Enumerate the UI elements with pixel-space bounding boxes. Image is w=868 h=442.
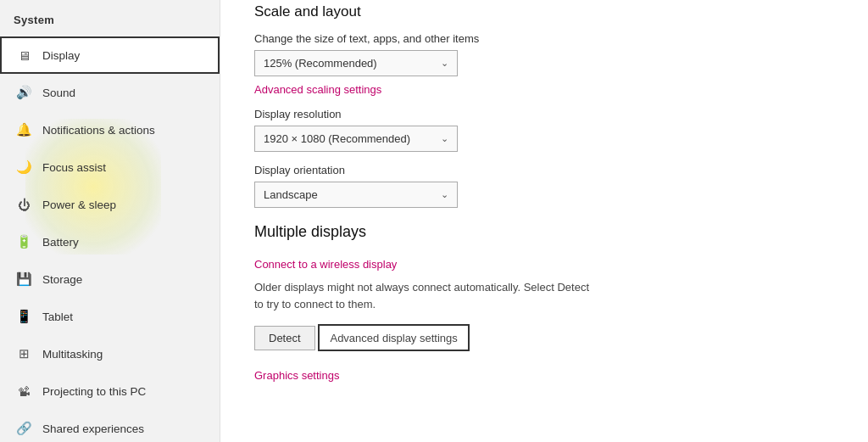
tablet-icon: 📱 [15, 308, 32, 325]
chevron-down-icon: ⌄ [441, 133, 448, 144]
main-content: Scale and layout Change the size of text… [220, 0, 868, 442]
sidebar-item-focus[interactable]: 🌙 Focus assist [0, 148, 220, 186]
sidebar-item-notifications[interactable]: 🔔 Notifications & actions [0, 111, 220, 148]
sound-icon: 🔊 [15, 84, 32, 101]
storage-icon: 💾 [15, 271, 32, 288]
sidebar-item-label: Focus assist [42, 161, 106, 174]
detect-button[interactable]: Detect [254, 326, 315, 350]
sidebar-item-power[interactable]: ⏻ Power & sleep [0, 186, 220, 223]
section-subtitle: Scale and layout [254, 3, 834, 20]
connect-wireless-link[interactable]: Connect to a wireless display [254, 258, 397, 271]
sidebar-item-label: Sound [42, 87, 75, 99]
chevron-down-icon: ⌄ [441, 58, 448, 69]
sidebar-item-label: Projecting to this PC [42, 385, 146, 398]
sidebar-item-battery[interactable]: 🔋 Battery [0, 223, 220, 260]
focus-icon: 🌙 [15, 159, 32, 176]
battery-icon: 🔋 [15, 233, 32, 250]
orientation-value: Landscape [264, 188, 318, 201]
sidebar: System 🖥 Display 🔊 Sound 🔔 Notifications… [0, 0, 220, 442]
sidebar-item-display[interactable]: 🖥 Display [0, 36, 220, 74]
size-value: 125% (Recommended) [264, 57, 377, 70]
size-dropdown[interactable]: 125% (Recommended) ⌄ [254, 50, 458, 76]
sidebar-item-tablet[interactable]: 📱 Tablet [0, 298, 220, 335]
projecting-icon: 📽 [15, 383, 32, 400]
multiple-displays-heading: Multiple displays [254, 223, 834, 241]
sidebar-item-sound[interactable]: 🔊 Sound [0, 74, 220, 111]
sidebar-item-label: Notifications & actions [42, 124, 155, 137]
sidebar-item-label: Multitasking [42, 348, 103, 361]
orientation-label: Display orientation [254, 164, 834, 176]
sidebar-item-label: Display [42, 49, 80, 62]
sidebar-item-label: Power & sleep [42, 199, 116, 211]
resolution-value: 1920 × 1080 (Recommended) [264, 132, 410, 145]
size-label: Change the size of text, apps, and other… [254, 32, 834, 45]
display-icon: 🖥 [15, 47, 32, 64]
power-icon: ⏻ [15, 196, 32, 213]
sidebar-item-label: Storage [42, 273, 82, 286]
chevron-down-icon: ⌄ [441, 189, 448, 200]
advanced-display-settings-box[interactable]: Advanced display settings [318, 324, 469, 351]
graphics-settings-link[interactable]: Graphics settings [254, 369, 339, 382]
multitasking-icon: ⊞ [15, 345, 32, 362]
shared-icon: 🔗 [15, 420, 32, 437]
resolution-label: Display resolution [254, 108, 834, 120]
sidebar-item-multitasking[interactable]: ⊞ Multitasking [0, 335, 220, 372]
advanced-scaling-link[interactable]: Advanced scaling settings [254, 83, 381, 96]
sidebar-title: System [0, 7, 220, 36]
sidebar-item-storage[interactable]: 💾 Storage [0, 260, 220, 298]
orientation-dropdown[interactable]: Landscape ⌄ [254, 182, 458, 208]
sidebar-item-label: Battery [42, 236, 79, 249]
notifications-icon: 🔔 [15, 121, 32, 138]
sidebar-item-shared[interactable]: 🔗 Shared experiences [0, 410, 220, 442]
sidebar-item-label: Shared experiences [42, 422, 144, 435]
resolution-dropdown[interactable]: 1920 × 1080 (Recommended) ⌄ [254, 126, 458, 152]
detect-description: Older displays might not always connect … [254, 279, 593, 312]
sidebar-item-projecting[interactable]: 📽 Projecting to this PC [0, 372, 220, 410]
advanced-display-label: Advanced display settings [330, 332, 457, 344]
sidebar-item-label: Tablet [42, 311, 73, 323]
